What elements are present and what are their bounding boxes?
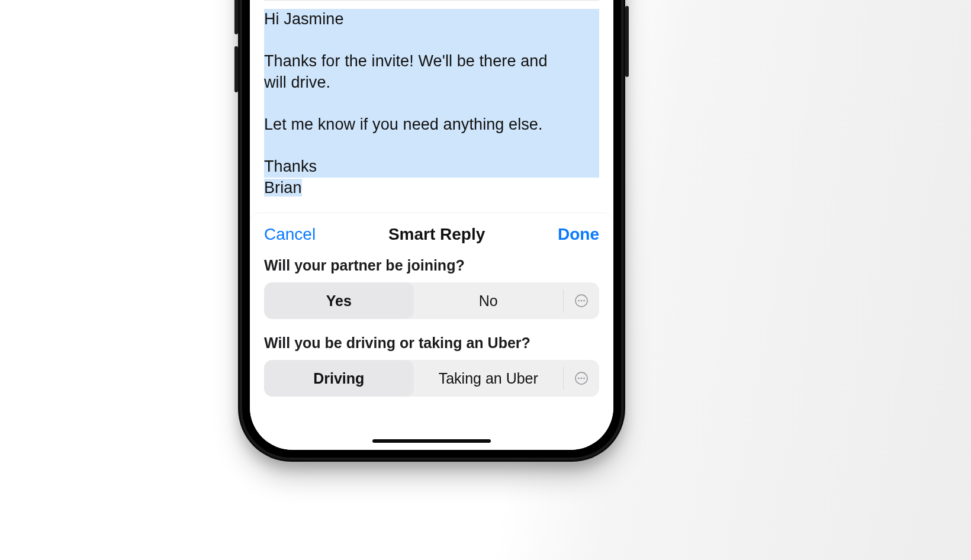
segment-option-driving[interactable]: Driving — [264, 360, 414, 397]
email-blank — [264, 30, 599, 52]
email-compose-area[interactable]: Hi Jasmine Thanks for the invite! We'll … — [250, 0, 613, 199]
more-options-button[interactable] — [564, 282, 599, 319]
segment-option-uber[interactable]: Taking an Uber — [414, 360, 564, 397]
svg-point-6 — [581, 378, 583, 379]
phone-frame: Hi Jasmine Thanks for the invite! We'll … — [238, 0, 625, 462]
home-indicator[interactable] — [372, 439, 491, 443]
header-divider — [264, 0, 599, 1]
sheet-title: Smart Reply — [388, 225, 485, 244]
volume-down-button — [234, 46, 238, 92]
svg-point-1 — [578, 300, 580, 302]
segment-option-yes[interactable]: Yes — [264, 282, 414, 319]
email-line: Thanks for the invite! We'll be there an… — [264, 51, 599, 72]
more-options-button[interactable] — [564, 360, 599, 397]
question-block: Will your partner be joining? Yes No — [264, 257, 599, 319]
done-button[interactable]: Done — [558, 225, 599, 244]
ellipsis-circle-icon — [574, 294, 589, 308]
phone-screen: Hi Jasmine Thanks for the invite! We'll … — [250, 0, 613, 450]
volume-up-button — [234, 0, 238, 34]
svg-point-3 — [583, 300, 585, 302]
question-prompt: Will your partner be joining? — [264, 257, 599, 274]
question-prompt: Will you be driving or taking an Uber? — [264, 334, 599, 352]
ellipsis-circle-icon — [574, 371, 589, 385]
svg-point-5 — [578, 378, 580, 379]
email-body-text[interactable]: Hi Jasmine Thanks for the invite! We'll … — [264, 9, 599, 199]
smart-reply-sheet: Cancel Smart Reply Done Will your partne… — [250, 213, 613, 450]
segmented-control: Yes No — [264, 282, 599, 319]
sheet-header: Cancel Smart Reply Done — [264, 225, 599, 244]
segmented-control: Driving Taking an Uber — [264, 360, 599, 397]
cancel-button[interactable]: Cancel — [264, 225, 316, 244]
email-line: Hi Jasmine — [264, 9, 599, 30]
segment-option-no[interactable]: No — [414, 282, 564, 319]
email-line: will drive. — [264, 72, 599, 94]
email-blank — [264, 136, 599, 157]
svg-point-7 — [583, 378, 585, 379]
svg-point-2 — [581, 300, 583, 302]
side-button — [625, 6, 629, 77]
question-block: Will you be driving or taking an Uber? D… — [264, 334, 599, 397]
email-line: Thanks — [264, 156, 599, 178]
email-signature-name: Brian — [264, 179, 302, 197]
email-line: Let me know if you need anything else. — [264, 114, 599, 136]
email-blank — [264, 94, 599, 115]
